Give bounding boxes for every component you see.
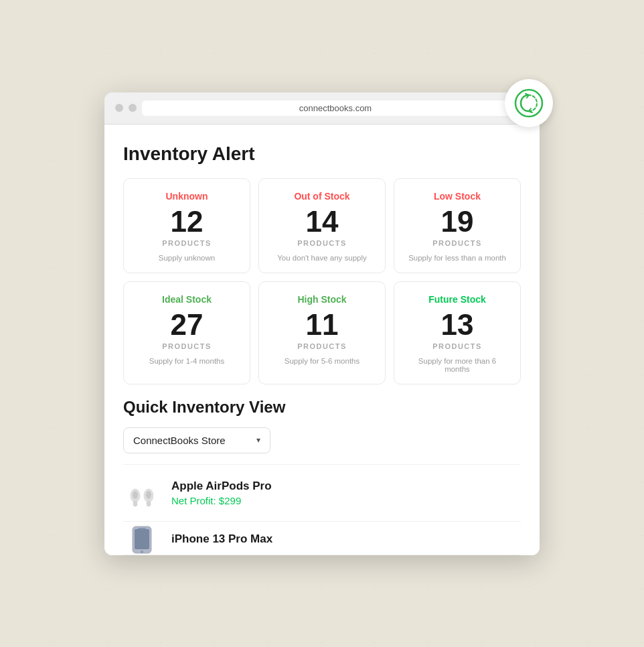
connectbooks-logo [505,79,553,127]
alert-card-out-of-stock[interactable]: Out of Stock 14 PRODUCTS You don't have … [258,178,386,273]
card-label-ideal-stock: PRODUCTS [135,342,239,350]
svg-rect-2 [133,501,137,506]
product-image-iphone [123,522,161,555]
product-list: Apple AirPods Pro Net Profit: $299 iPhon… [123,464,521,555]
page-title: Inventory Alert [123,143,521,165]
browser-window: connectbooks.com Inventory Alert Unknown… [104,92,540,555]
chevron-down-icon: ▾ [256,435,260,445]
product-info-airpods: Apple AirPods Pro Net Profit: $299 [171,480,521,506]
card-status-low-stock: Low Stock [405,191,509,202]
svg-rect-10 [138,528,146,529]
product-image-airpods [123,474,161,512]
browser-content: Inventory Alert Unknown 12 PRODUCTS Supp… [104,125,540,555]
browser-titlebar: connectbooks.com [104,92,540,125]
alert-card-ideal-stock[interactable]: Ideal Stock 27 PRODUCTS Supply for 1-4 m… [123,281,250,384]
quick-inventory-title: Quick Inventory View [123,398,521,417]
card-status-unknown: Unknown [135,191,239,202]
store-select-dropdown[interactable]: ConnectBooks Store ▾ [123,427,270,453]
card-desc-out-of-stock: You don't have any supply [270,254,374,262]
card-count-ideal-stock: 27 [135,310,239,340]
card-label-unknown: PRODUCTS [135,239,239,247]
card-label-out-of-stock: PRODUCTS [270,239,374,247]
alert-card-unknown[interactable]: Unknown 12 PRODUCTS Supply unknown [123,178,250,273]
address-bar[interactable]: connectbooks.com [142,100,529,116]
alert-card-high-stock[interactable]: High Stock 11 PRODUCTS Supply for 5-6 mo… [258,281,386,384]
card-desc-high-stock: Supply for 5-6 months [270,357,374,365]
svg-point-3 [133,491,138,499]
product-info-iphone: iPhone 13 Pro Max [171,532,521,548]
card-count-low-stock: 19 [405,207,509,236]
card-count-out-of-stock: 14 [270,207,374,236]
product-name-airpods: Apple AirPods Pro [171,480,521,493]
card-label-future-stock: PRODUCTS [405,342,509,350]
card-status-ideal-stock: Ideal Stock [135,294,239,305]
alert-card-future-stock[interactable]: Future Stock 13 PRODUCTS Supply for more… [394,281,521,384]
product-name-iphone: iPhone 13 Pro Max [171,532,521,546]
card-count-high-stock: 11 [270,310,374,340]
product-item-airpods[interactable]: Apple AirPods Pro Net Profit: $299 [123,465,521,522]
store-select-container: ConnectBooks Store ▾ [123,427,521,453]
card-desc-unknown: Supply unknown [135,254,239,262]
card-status-out-of-stock: Out of Stock [270,191,374,202]
svg-point-0 [515,90,542,117]
svg-point-6 [146,491,151,499]
product-item-iphone[interactable]: iPhone 13 Pro Max [123,522,521,555]
card-desc-future-stock: Supply for more than 6 months [405,357,509,373]
card-count-future-stock: 13 [405,310,509,340]
svg-point-9 [141,551,143,553]
alert-card-low-stock[interactable]: Low Stock 19 PRODUCTS Supply for less th… [394,178,521,273]
card-label-low-stock: PRODUCTS [405,239,509,247]
alert-cards-grid: Unknown 12 PRODUCTS Supply unknown Out o… [123,178,521,384]
svg-rect-8 [135,529,149,549]
card-count-unknown: 12 [135,207,239,236]
store-select-label: ConnectBooks Store [133,435,226,446]
card-label-high-stock: PRODUCTS [270,342,374,350]
card-desc-ideal-stock: Supply for 1-4 months [135,357,239,365]
card-status-high-stock: High Stock [270,294,374,305]
product-profit-airpods: Net Profit: $299 [171,495,521,506]
traffic-light-close [115,104,123,112]
svg-rect-5 [147,501,151,506]
card-desc-low-stock: Supply for less than a month [405,254,509,262]
card-status-future-stock: Future Stock [405,294,509,305]
traffic-light-minimize [129,104,137,112]
